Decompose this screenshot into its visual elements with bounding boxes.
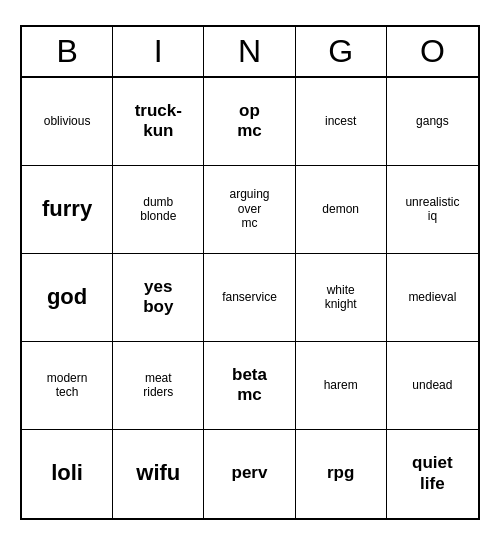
bingo-cell: quietlife <box>387 430 478 518</box>
bingo-cell: medieval <box>387 254 478 342</box>
bingo-cell: demon <box>296 166 387 254</box>
header-letter: G <box>296 27 387 76</box>
bingo-cell: fanservice <box>204 254 295 342</box>
bingo-grid: oblivioustruck-kunopmcincestgangsfurrydu… <box>22 78 478 518</box>
header-letter: N <box>204 27 295 76</box>
bingo-cell: moderntech <box>22 342 113 430</box>
bingo-cell: yesboy <box>113 254 204 342</box>
bingo-cell: truck-kun <box>113 78 204 166</box>
bingo-cell: meatriders <box>113 342 204 430</box>
bingo-cell: opmc <box>204 78 295 166</box>
bingo-cell: incest <box>296 78 387 166</box>
bingo-cell: betamc <box>204 342 295 430</box>
bingo-cell: wifu <box>113 430 204 518</box>
bingo-cell: harem <box>296 342 387 430</box>
bingo-cell: arguingovermc <box>204 166 295 254</box>
header-letter: B <box>22 27 113 76</box>
bingo-card: BINGO oblivioustruck-kunopmcincestgangsf… <box>20 25 480 520</box>
bingo-cell: undead <box>387 342 478 430</box>
bingo-cell: rpg <box>296 430 387 518</box>
bingo-header: BINGO <box>22 27 478 78</box>
bingo-cell: unrealisticiq <box>387 166 478 254</box>
bingo-cell: oblivious <box>22 78 113 166</box>
bingo-cell: gangs <box>387 78 478 166</box>
bingo-cell: god <box>22 254 113 342</box>
bingo-cell: loli <box>22 430 113 518</box>
bingo-cell: furry <box>22 166 113 254</box>
header-letter: I <box>113 27 204 76</box>
bingo-cell: dumbblonde <box>113 166 204 254</box>
bingo-cell: perv <box>204 430 295 518</box>
header-letter: O <box>387 27 478 76</box>
bingo-cell: whiteknight <box>296 254 387 342</box>
